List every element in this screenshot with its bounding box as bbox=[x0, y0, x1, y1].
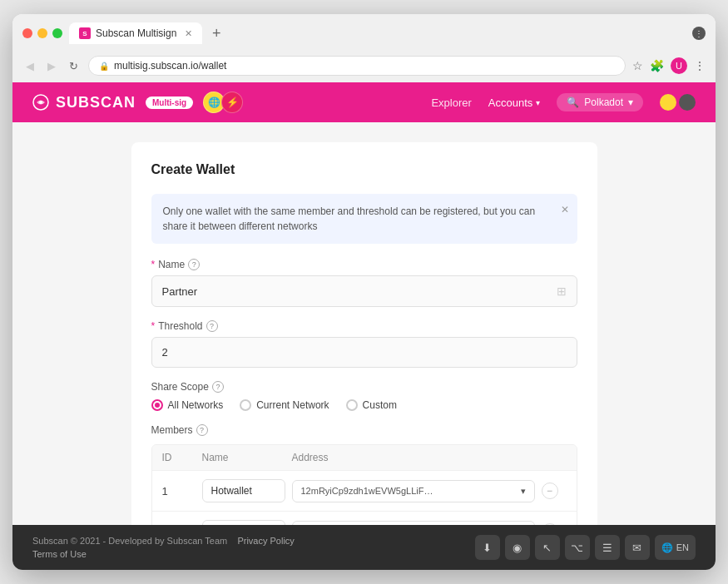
close-button[interactable] bbox=[22, 28, 32, 38]
new-tab-button[interactable]: + bbox=[207, 23, 226, 44]
lock-icon: 🔒 bbox=[99, 62, 109, 71]
share-scope-label: Share Scope ? bbox=[151, 381, 577, 393]
threshold-input[interactable] bbox=[162, 346, 567, 359]
url-text: multisig.subscan.io/wallet bbox=[114, 60, 226, 72]
logo-text: SUBSCAN bbox=[56, 94, 136, 111]
download-icon-button[interactable]: ⬇ bbox=[475, 535, 500, 560]
table-row: 1 12mRyiCp9zdh1wEVW5gLLiFBxDPKks72rRXmS … bbox=[152, 470, 577, 511]
privacy-policy-link[interactable]: Privacy Policy bbox=[237, 536, 294, 546]
menu-icon: ☰ bbox=[602, 542, 612, 554]
minus-icon: − bbox=[547, 485, 552, 497]
threshold-input-wrapper bbox=[151, 337, 577, 368]
language-button[interactable]: 🌐 EN bbox=[655, 535, 696, 560]
chevron-down-icon: ▾ bbox=[536, 98, 540, 107]
member-id-1: 1 bbox=[162, 485, 196, 497]
explorer-link[interactable]: Explorer bbox=[431, 97, 471, 109]
circle-icon-button[interactable]: ◉ bbox=[505, 535, 530, 560]
menu-icon-button[interactable]: ☰ bbox=[595, 535, 620, 560]
tab-close-icon[interactable]: ✕ bbox=[185, 28, 192, 39]
radio-group: All Networks Current Network Custom bbox=[151, 399, 577, 411]
title-bar: S Subscan Multisign ✕ + ⋮ bbox=[12, 14, 716, 51]
window-menu-icon[interactable]: ⋮ bbox=[692, 27, 706, 40]
table-row: 2 7EzVVq3dvpv4PWHiikvdvM17mmNfXvfucpB lf… bbox=[152, 511, 577, 525]
remove-member-button-1[interactable]: − bbox=[542, 483, 558, 499]
name-input[interactable] bbox=[162, 285, 557, 298]
menu-icon[interactable]: ⋮ bbox=[694, 59, 706, 72]
terms-of-use-link[interactable]: Terms of Use bbox=[32, 549, 87, 559]
polka-icons: 🌐 ⚡ bbox=[203, 92, 243, 113]
minimize-button[interactable] bbox=[37, 28, 47, 38]
required-indicator: * bbox=[151, 259, 156, 270]
col-id: ID bbox=[162, 452, 196, 463]
cursor-icon: ↖ bbox=[542, 542, 552, 554]
accounts-label: Accounts bbox=[488, 97, 532, 109]
header-nav: Explorer Accounts ▾ 🔍 Polkadot ▾ bbox=[431, 93, 696, 111]
members-group: Members ? ID Name Address 1 bbox=[151, 424, 577, 525]
address-bar: ◀ ▶ ↻ 🔒 multisig.subscan.io/wallet ☆ 🧩 U… bbox=[12, 51, 716, 82]
input-clear-icon[interactable]: ⊞ bbox=[557, 285, 567, 298]
network-selector[interactable]: 🔍 Polkadot ▾ bbox=[557, 93, 643, 111]
footer-links: Terms of Use bbox=[32, 549, 295, 559]
radio-label-custom: Custom bbox=[363, 399, 397, 411]
alert-text: Only one wallet with the same member and… bbox=[163, 205, 536, 232]
address-actions: ☆ 🧩 U ⋮ bbox=[632, 57, 706, 74]
tab-title: Subscan Multisign bbox=[96, 27, 176, 39]
forward-button[interactable]: ▶ bbox=[44, 58, 59, 74]
col-address: Address bbox=[292, 452, 535, 463]
github-icon: ⌥ bbox=[571, 542, 583, 554]
footer-left: Subscan © 2021 - Developed by Subscan Te… bbox=[32, 536, 295, 559]
name-label: * Name ? bbox=[151, 259, 577, 270]
app-header: SUBSCAN Multi-sig 🌐 ⚡ Explorer Accounts … bbox=[12, 82, 716, 122]
members-table: ID Name Address 1 12mRyiCp9zdh1wEVW5gLLi… bbox=[151, 444, 577, 525]
page-title: Create Wallet bbox=[151, 162, 577, 177]
address-input[interactable]: 🔒 multisig.subscan.io/wallet bbox=[88, 56, 626, 76]
member-address-select-1[interactable]: 12mRyiCp9zdh1wEVW5gLLiFBxDPKks72rRXmS ▾ bbox=[292, 480, 535, 502]
back-button[interactable]: ◀ bbox=[22, 58, 37, 74]
multisig-badge: Multi-sig bbox=[146, 97, 193, 109]
threshold-field-group: * Threshold ? bbox=[151, 320, 577, 368]
member-address-text-1: 12mRyiCp9zdh1wEVW5gLLiFBxDPKks72rRXmS bbox=[301, 486, 434, 496]
envelope-icon-button[interactable]: ✉ bbox=[625, 535, 650, 560]
subscan-logo[interactable]: SUBSCAN bbox=[32, 94, 136, 111]
tab-favicon: S bbox=[79, 27, 91, 39]
theme-toggle[interactable] bbox=[660, 94, 696, 111]
tab-bar: S Subscan Multisign ✕ + bbox=[69, 22, 686, 44]
members-help-icon[interactable]: ? bbox=[196, 424, 208, 436]
refresh-button[interactable]: ↻ bbox=[66, 58, 82, 74]
star-icon[interactable]: ☆ bbox=[632, 59, 643, 72]
app-footer: Subscan © 2021 - Developed by Subscan Te… bbox=[12, 525, 716, 570]
browser-window: S Subscan Multisign ✕ + ⋮ ◀ ▶ ↻ 🔒 multis… bbox=[12, 14, 716, 570]
radio-all-networks[interactable]: All Networks bbox=[151, 399, 224, 411]
envelope-icon: ✉ bbox=[632, 542, 641, 554]
name-input-wrapper: ⊞ bbox=[151, 275, 577, 307]
alert-close-icon[interactable]: ✕ bbox=[561, 202, 569, 217]
radio-custom[interactable]: Custom bbox=[346, 399, 397, 411]
maximize-button[interactable] bbox=[52, 28, 62, 38]
radio-circle-current bbox=[240, 399, 251, 411]
address-chevron-icon-1: ▾ bbox=[521, 486, 526, 497]
github-icon-button[interactable]: ⌥ bbox=[565, 535, 590, 560]
profile-icon[interactable]: U bbox=[671, 57, 687, 74]
network-label: Polkadot bbox=[584, 97, 623, 108]
threshold-help-icon[interactable]: ? bbox=[206, 320, 218, 332]
cursor-icon-button[interactable]: ↖ bbox=[535, 535, 560, 560]
window-controls: ⋮ bbox=[692, 27, 706, 40]
required-indicator: * bbox=[151, 320, 156, 332]
radio-current-network[interactable]: Current Network bbox=[240, 399, 329, 411]
active-tab[interactable]: S Subscan Multisign ✕ bbox=[69, 22, 202, 44]
network-chevron-icon: ▾ bbox=[628, 97, 633, 108]
accounts-dropdown[interactable]: Accounts ▾ bbox=[488, 97, 540, 109]
member-name-input-1[interactable] bbox=[202, 479, 285, 502]
name-field-group: * Name ? ⊞ bbox=[151, 259, 577, 307]
alert-box: Only one wallet with the same member and… bbox=[151, 194, 577, 244]
extensions-icon[interactable]: 🧩 bbox=[650, 59, 664, 72]
download-icon: ⬇ bbox=[483, 542, 492, 554]
share-scope-help-icon[interactable]: ? bbox=[212, 381, 224, 393]
share-scope-group: Share Scope ? All Networks Current Netwo… bbox=[151, 381, 577, 411]
lang-label: EN bbox=[676, 542, 689, 552]
threshold-label: * Threshold ? bbox=[151, 320, 577, 332]
dark-theme-dot bbox=[679, 94, 696, 111]
radio-circle-all bbox=[151, 399, 163, 411]
name-help-icon[interactable]: ? bbox=[188, 259, 200, 270]
radio-label-all: All Networks bbox=[168, 399, 224, 411]
